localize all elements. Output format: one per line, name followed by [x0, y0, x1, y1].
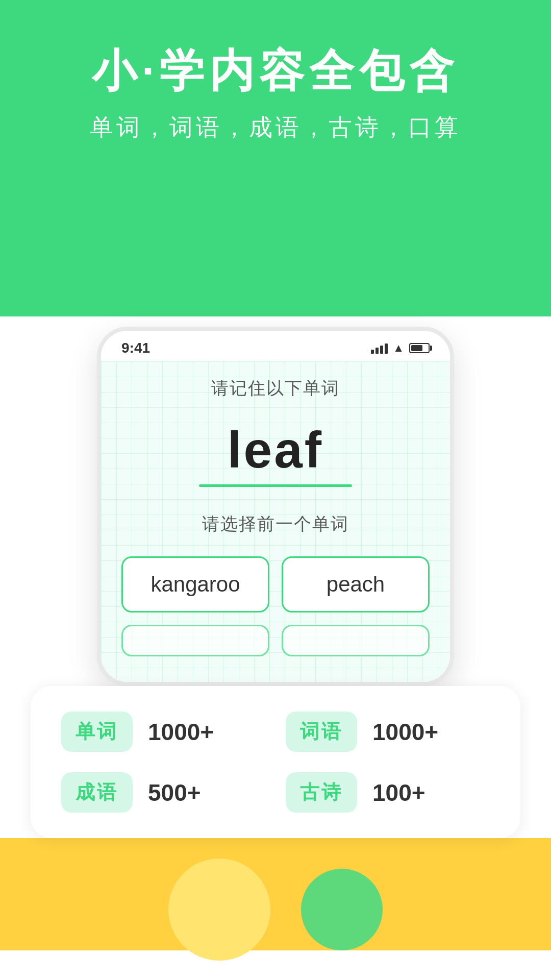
status-bar: 9:41 ▲	[101, 331, 450, 361]
stat-item-words: 单词 1000+	[61, 712, 265, 752]
battery-icon	[409, 343, 430, 353]
stat-count-phrases: 1000+	[372, 718, 438, 746]
wifi-icon: ▲	[393, 341, 404, 355]
phone-content: 请记住以下单词 leaf 请选择前一个单词 kangaroo peach	[101, 361, 450, 682]
stat-badge-words: 单词	[61, 712, 133, 752]
stat-item-poems: 古诗 100+	[286, 772, 490, 813]
yellow-bottom-bar	[0, 828, 551, 950]
stat-count-idioms: 500+	[148, 779, 201, 806]
decorative-circle-green	[301, 869, 383, 950]
phone-mockup-area: 9:41 ▲ 请记住以下单词 leaf 请选择前一个单词	[0, 327, 551, 686]
word-option-partial-2[interactable]	[282, 625, 430, 656]
stats-card: 单词 1000+ 词语 1000+ 成语 500+ 古诗 100+	[31, 686, 520, 838]
word-display: leaf	[121, 421, 430, 479]
instruction-text-1: 请记住以下单词	[121, 377, 430, 400]
cloud-decoration	[0, 250, 551, 311]
cloud-bump-2	[204, 250, 347, 311]
stat-item-phrases: 词语 1000+	[286, 712, 490, 752]
cloud-bump-3	[327, 250, 469, 311]
decorative-circle-yellow	[168, 859, 270, 961]
stat-count-poems: 100+	[372, 779, 425, 806]
stat-count-words: 1000+	[148, 718, 214, 746]
word-options: kangaroo peach	[121, 556, 430, 667]
stat-badge-poems: 古诗	[286, 772, 357, 813]
subtitle: 单词，词语，成语，古诗，口算	[90, 112, 461, 143]
top-hero-section: 小·学内容全包含 单词，词语，成语，古诗，口算	[0, 0, 551, 286]
main-title: 小·学内容全包含	[92, 41, 459, 102]
main-word: leaf	[228, 421, 323, 478]
word-option-peach[interactable]: peach	[282, 556, 430, 612]
cloud-bump-1	[82, 250, 224, 311]
instruction-text-2: 请选择前一个单词	[121, 512, 430, 536]
stats-grid: 单词 1000+ 词语 1000+ 成语 500+ 古诗 100+	[61, 712, 490, 813]
stat-badge-phrases: 词语	[286, 712, 357, 752]
word-underline	[199, 484, 352, 487]
word-option-kangaroo[interactable]: kangaroo	[121, 556, 269, 612]
word-option-partial-1[interactable]	[121, 625, 269, 656]
signal-icon	[371, 342, 388, 354]
status-icons: ▲	[371, 341, 430, 355]
stat-item-idioms: 成语 500+	[61, 772, 265, 813]
status-time: 9:41	[121, 340, 150, 356]
phone-mockup: 9:41 ▲ 请记住以下单词 leaf 请选择前一个单词	[97, 327, 454, 686]
stat-badge-idioms: 成语	[61, 772, 133, 813]
stats-section: 单词 1000+ 词语 1000+ 成语 500+ 古诗 100+	[0, 686, 551, 838]
